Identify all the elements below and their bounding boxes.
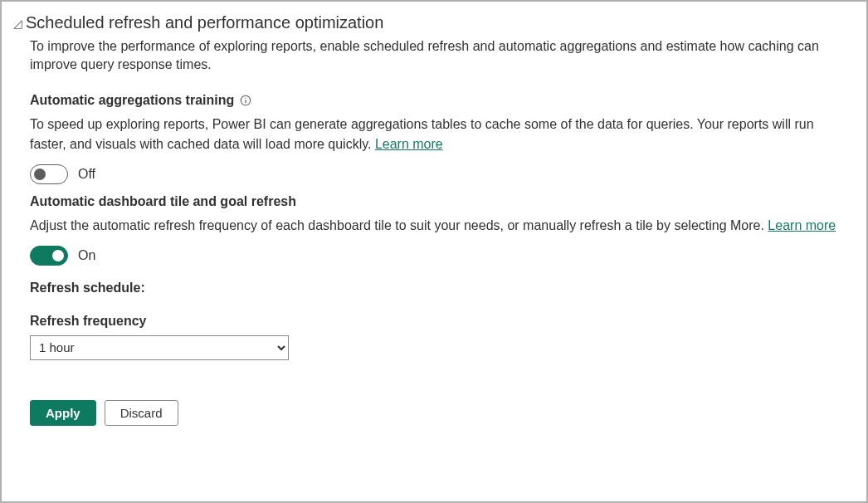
button-row: Apply Discard	[30, 400, 851, 426]
svg-point-2	[246, 97, 246, 98]
aggregations-learn-more-link[interactable]: Learn more	[375, 137, 443, 151]
apply-button[interactable]: Apply	[30, 400, 96, 426]
dashboard-refresh-description: Adjust the automatic refresh frequency o…	[30, 216, 851, 236]
refresh-schedule-label: Refresh schedule:	[30, 281, 851, 295]
refresh-frequency-select[interactable]: 1 hour	[30, 335, 289, 360]
aggregations-header: Automatic aggregations training	[30, 93, 851, 108]
dashboard-refresh-title: Automatic dashboard tile and goal refres…	[30, 194, 851, 209]
section-description: To improve the performance of exploring …	[30, 37, 851, 75]
discard-button[interactable]: Discard	[105, 400, 178, 426]
aggregations-toggle-row: Off	[30, 164, 851, 184]
aggregations-toggle-label: Off	[78, 167, 95, 182]
section-content: To improve the performance of exploring …	[13, 37, 851, 426]
dashboard-refresh-description-text: Adjust the automatic refresh frequency o…	[30, 218, 768, 232]
section-header[interactable]: ◿ Scheduled refresh and performance opti…	[13, 13, 851, 32]
dashboard-refresh-toggle[interactable]	[30, 246, 68, 266]
expand-collapse-icon[interactable]: ◿	[13, 17, 22, 30]
dashboard-refresh-toggle-row: On	[30, 246, 851, 266]
dashboard-refresh-learn-more-link[interactable]: Learn more	[768, 218, 836, 232]
info-icon[interactable]	[239, 94, 252, 107]
refresh-frequency-label: Refresh frequency	[30, 314, 851, 329]
aggregations-toggle[interactable]	[30, 164, 68, 184]
toggle-knob	[52, 250, 64, 261]
section-title: Scheduled refresh and performance optimi…	[26, 13, 383, 32]
aggregations-title: Automatic aggregations training	[30, 93, 234, 108]
dashboard-refresh-toggle-label: On	[78, 248, 95, 263]
toggle-knob	[34, 168, 46, 180]
aggregations-description: To speed up exploring reports, Power BI …	[30, 115, 851, 154]
